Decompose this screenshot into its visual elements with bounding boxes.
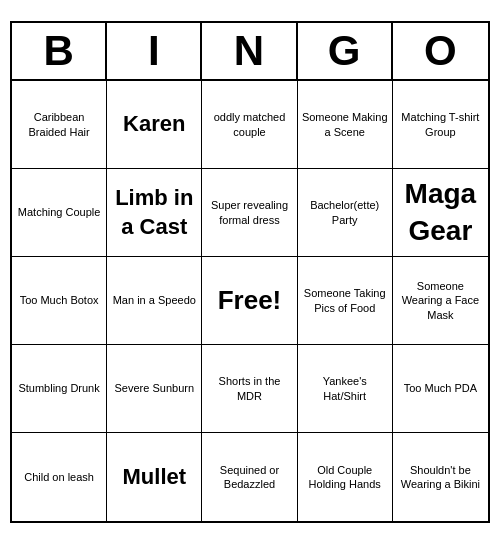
header-letter: B bbox=[12, 23, 107, 79]
bingo-cell-19: Too Much PDA bbox=[393, 345, 488, 433]
bingo-header: BINGO bbox=[12, 23, 488, 81]
bingo-cell-12: Free! bbox=[202, 257, 297, 345]
header-letter: O bbox=[393, 23, 488, 79]
bingo-cell-5: Matching Couple bbox=[12, 169, 107, 257]
bingo-cell-11: Man in a Speedo bbox=[107, 257, 202, 345]
bingo-cell-9: Maga Gear bbox=[393, 169, 488, 257]
bingo-cell-15: Stumbling Drunk bbox=[12, 345, 107, 433]
bingo-cell-8: Bachelor(ette) Party bbox=[298, 169, 393, 257]
bingo-cell-18: Yankee's Hat/Shirt bbox=[298, 345, 393, 433]
bingo-cell-1: Karen bbox=[107, 81, 202, 169]
bingo-cell-2: oddly matched couple bbox=[202, 81, 297, 169]
bingo-cell-14: Someone Wearing a Face Mask bbox=[393, 257, 488, 345]
header-letter: G bbox=[298, 23, 393, 79]
bingo-cell-17: Shorts in the MDR bbox=[202, 345, 297, 433]
header-letter: N bbox=[202, 23, 297, 79]
bingo-cell-10: Too Much Botox bbox=[12, 257, 107, 345]
bingo-cell-22: Sequined or Bedazzled bbox=[202, 433, 297, 521]
bingo-cell-3: Someone Making a Scene bbox=[298, 81, 393, 169]
bingo-cell-16: Severe Sunburn bbox=[107, 345, 202, 433]
bingo-grid: Caribbean Braided HairKarenoddly matched… bbox=[12, 81, 488, 521]
bingo-cell-24: Shouldn't be Wearing a Bikini bbox=[393, 433, 488, 521]
bingo-cell-0: Caribbean Braided Hair bbox=[12, 81, 107, 169]
bingo-cell-21: Mullet bbox=[107, 433, 202, 521]
bingo-card: BINGO Caribbean Braided HairKarenoddly m… bbox=[10, 21, 490, 523]
bingo-cell-4: Matching T-shirt Group bbox=[393, 81, 488, 169]
bingo-cell-13: Someone Taking Pics of Food bbox=[298, 257, 393, 345]
bingo-cell-6: Limb in a Cast bbox=[107, 169, 202, 257]
bingo-cell-23: Old Couple Holding Hands bbox=[298, 433, 393, 521]
bingo-cell-20: Child on leash bbox=[12, 433, 107, 521]
header-letter: I bbox=[107, 23, 202, 79]
bingo-cell-7: Super revealing formal dress bbox=[202, 169, 297, 257]
